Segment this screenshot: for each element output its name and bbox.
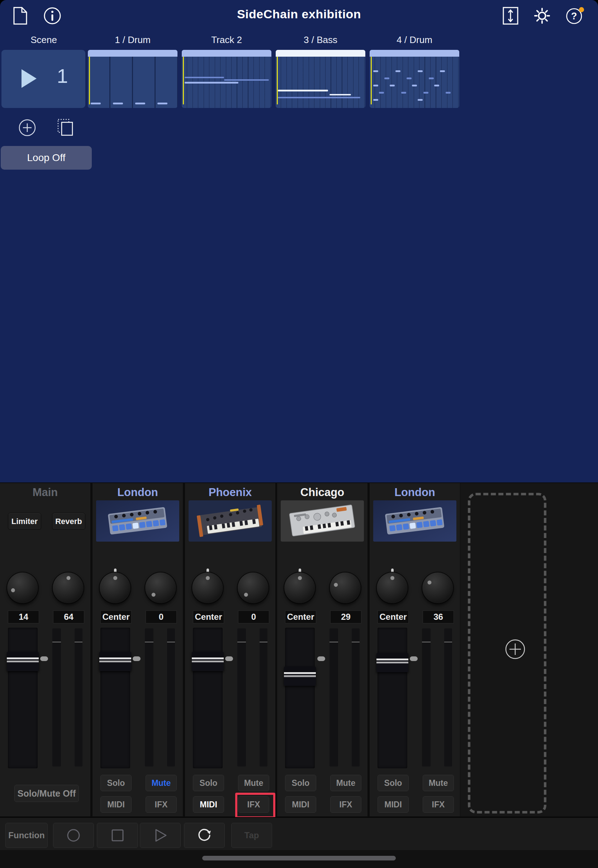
add-track-drop-area[interactable] bbox=[468, 493, 546, 814]
channel-fader-handle[interactable] bbox=[192, 652, 224, 671]
clip-track1-drum[interactable] bbox=[88, 50, 178, 108]
clip-header-selected bbox=[276, 50, 365, 57]
solo-button[interactable]: Solo bbox=[378, 775, 409, 791]
level-knob[interactable] bbox=[422, 572, 453, 603]
track-header-1[interactable]: 1 / Drum bbox=[88, 34, 178, 46]
main-fader-handle[interactable] bbox=[7, 652, 39, 671]
mute-button-active[interactable]: Mute bbox=[145, 775, 177, 791]
info-icon[interactable] bbox=[43, 6, 62, 25]
midi-button[interactable]: MIDI bbox=[100, 796, 132, 813]
level-knob[interactable] bbox=[330, 572, 361, 603]
pan-knob[interactable] bbox=[100, 572, 130, 603]
clip-track3-bass[interactable] bbox=[276, 50, 365, 108]
channel-name[interactable]: Chicago bbox=[277, 486, 368, 499]
mixer-section: Main Limiter Reverb 14 64 Solo/Mute Off … bbox=[0, 482, 598, 817]
channel-name[interactable]: Phoenix bbox=[185, 486, 275, 499]
scene-play-icon[interactable] bbox=[20, 69, 37, 88]
clip-playhead bbox=[89, 57, 90, 104]
pan-knob[interactable] bbox=[192, 572, 223, 603]
pan-value: Center bbox=[193, 611, 224, 623]
stop-button[interactable] bbox=[97, 823, 138, 848]
channel-name[interactable]: London bbox=[93, 486, 183, 499]
play-button[interactable] bbox=[140, 823, 181, 848]
scene-column-label: Scene bbox=[8, 34, 79, 46]
clip-pattern bbox=[276, 57, 365, 108]
tap-tempo-button[interactable]: Tap bbox=[231, 823, 272, 848]
record-button[interactable] bbox=[53, 823, 94, 848]
reverb-button[interactable]: Reverb bbox=[52, 513, 85, 530]
track-header-3[interactable]: 3 / Bass bbox=[276, 34, 365, 46]
solo-mute-off-button[interactable]: Solo/Mute Off bbox=[14, 785, 79, 802]
settings-gear-icon[interactable] bbox=[533, 6, 552, 25]
level-meter-right bbox=[260, 629, 268, 766]
midi-button[interactable]: MIDI bbox=[285, 796, 316, 813]
channel-fader-handle[interactable] bbox=[99, 652, 131, 671]
channel-name: Main bbox=[0, 486, 90, 499]
channel-fader-track[interactable] bbox=[100, 628, 130, 768]
mixer-channel-london-1: London Center 0 Solo Mute MIDI IFX bbox=[93, 483, 183, 816]
pan-knob[interactable] bbox=[284, 572, 315, 603]
channel-fader-track[interactable] bbox=[378, 628, 407, 768]
ifx-button[interactable]: IFX bbox=[330, 796, 361, 813]
solo-button[interactable]: Solo bbox=[100, 775, 132, 791]
clip-track2[interactable] bbox=[182, 50, 271, 108]
main-knob-1-value: 14 bbox=[8, 611, 39, 623]
resize-vertical-icon[interactable] bbox=[501, 6, 520, 25]
scene-1-block[interactable]: 1 bbox=[1, 50, 85, 108]
channel-name[interactable]: London bbox=[369, 486, 460, 499]
gadget-image-drum-machine[interactable] bbox=[96, 500, 179, 542]
solo-button[interactable]: Solo bbox=[285, 775, 316, 791]
song-area: SideChain exhibition ? Scene 1 / Drum Tr… bbox=[0, 0, 598, 482]
fader-unity-tick bbox=[410, 656, 418, 661]
mixer-channel-main: Main Limiter Reverb 14 64 Solo/Mute Off bbox=[0, 483, 90, 816]
fader-unity-tick bbox=[225, 656, 233, 661]
pan-knob[interactable] bbox=[377, 572, 408, 603]
gadget-image-mono-synth[interactable] bbox=[188, 500, 272, 542]
file-icon[interactable] bbox=[11, 6, 29, 25]
level-knob[interactable] bbox=[145, 572, 176, 603]
pan-value: Center bbox=[378, 611, 409, 623]
duplicate-scene-icon[interactable] bbox=[56, 118, 75, 136]
home-indicator[interactable] bbox=[202, 856, 396, 861]
pan-value: Center bbox=[100, 611, 132, 623]
level-meter-left bbox=[237, 629, 246, 766]
mute-button[interactable]: Mute bbox=[238, 775, 269, 791]
track-header-2[interactable]: Track 2 bbox=[182, 34, 271, 46]
function-button[interactable]: Function bbox=[5, 823, 48, 848]
ifx-button[interactable]: IFX bbox=[423, 796, 454, 813]
main-knob-1[interactable] bbox=[7, 572, 38, 603]
add-scene-plus-icon[interactable] bbox=[18, 118, 37, 137]
clip-track4-drum[interactable] bbox=[369, 50, 459, 108]
mute-button[interactable]: Mute bbox=[330, 775, 361, 791]
gadget-image-acid-bass[interactable] bbox=[281, 500, 364, 542]
help-icon[interactable]: ? bbox=[566, 6, 585, 25]
add-track-plus-icon[interactable] bbox=[505, 639, 526, 660]
solo-button[interactable]: Solo bbox=[193, 775, 224, 791]
channel-fader-handle[interactable] bbox=[284, 666, 316, 686]
page-title: SideChain exhibition bbox=[155, 7, 443, 21]
clip-pattern bbox=[88, 57, 178, 108]
level-value: 0 bbox=[238, 611, 269, 623]
mute-button[interactable]: Mute bbox=[423, 775, 454, 791]
ifx-button[interactable]: IFX bbox=[145, 796, 177, 813]
channel-fader-track[interactable] bbox=[193, 628, 223, 768]
main-fader-track[interactable] bbox=[8, 628, 37, 768]
loop-button-active[interactable] bbox=[184, 823, 225, 848]
gadget-image-drum-machine[interactable] bbox=[373, 500, 456, 542]
main-knob-2[interactable] bbox=[53, 572, 84, 603]
midi-button[interactable]: MIDI bbox=[378, 796, 409, 813]
level-meter-right bbox=[167, 629, 175, 766]
level-knob[interactable] bbox=[238, 572, 269, 603]
track-header-4[interactable]: 4 / Drum bbox=[369, 34, 459, 46]
midi-button-active[interactable]: MIDI bbox=[193, 796, 224, 813]
svg-text:?: ? bbox=[571, 11, 577, 21]
clip-header bbox=[88, 50, 178, 57]
limiter-button[interactable]: Limiter bbox=[8, 513, 41, 530]
loop-toggle-button[interactable]: Loop Off bbox=[1, 146, 92, 170]
main-knob-2-value: 64 bbox=[53, 611, 84, 623]
channel-fader-handle[interactable] bbox=[377, 653, 408, 672]
level-meter-left bbox=[422, 629, 431, 766]
channel-fader-track[interactable] bbox=[285, 628, 315, 768]
app-root: SideChain exhibition ? Scene 1 / Drum Tr… bbox=[0, 0, 598, 868]
level-meter-left bbox=[145, 629, 154, 766]
